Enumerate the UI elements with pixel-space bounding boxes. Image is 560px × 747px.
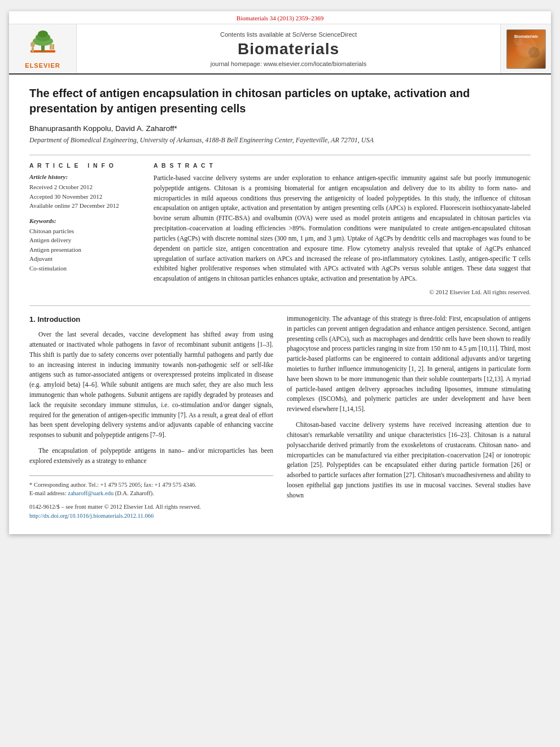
- received-date: Received 2 October 2012: [29, 182, 142, 192]
- abstract-text: Particle-based vaccine delivery systems …: [154, 173, 531, 284]
- homepage-text: journal homepage: www.elsevier.com/locat…: [211, 60, 366, 67]
- svg-point-5: [30, 42, 35, 47]
- abstract-heading: A B S T R A C T: [154, 162, 531, 169]
- svg-text:Biomaterials: Biomaterials: [514, 34, 537, 38]
- accepted-date: Accepted 30 November 2012: [29, 192, 142, 202]
- body-section: 1. Introduction Over the last several de…: [29, 305, 531, 521]
- metadata-section: A R T I C L E I N F O Article history: R…: [29, 155, 531, 295]
- article-history: Article history: Received 2 October 2012…: [29, 173, 142, 211]
- keyword-2: Antigen delivery: [29, 235, 142, 245]
- issn-text: 0142-9612/$ – see front matter © 2012 El…: [29, 503, 273, 512]
- elsevier-label: ELSEVIER: [25, 62, 60, 69]
- footnote-area: * Corresponding author. Tel.: +1 479 575…: [29, 475, 273, 521]
- badge-area: Biomaterials: [500, 24, 551, 73]
- journal-homepage: journal homepage: www.elsevier.com/locat…: [211, 60, 366, 67]
- body-para-1: Over the last several decades, vaccine d…: [29, 330, 273, 440]
- sciverse-text: Contents lists available at SciVerse Sci…: [220, 31, 357, 38]
- body-col-right: immunogenicity. The advantage of this st…: [287, 314, 531, 521]
- body-para-2: The encapsulation of polypeptide antigen…: [29, 446, 273, 466]
- email-label: E-mail address:: [29, 490, 67, 496]
- article-info-column: A R T I C L E I N F O Article history: R…: [29, 162, 142, 295]
- journal-title-area: Contents lists available at SciVerse Sci…: [77, 24, 500, 73]
- abstract-column: A B S T R A C T Particle-based vaccine d…: [154, 162, 531, 295]
- svg-rect-6: [32, 47, 34, 52]
- article-page: Biomaterials 34 (2013) 2359–2369: [9, 11, 551, 534]
- section-1-title: 1. Introduction: [29, 314, 273, 325]
- body-two-col: 1. Introduction Over the last several de…: [29, 314, 531, 521]
- email-person: (D.A. Zaharoff).: [115, 490, 154, 496]
- issn-line: 0142-9612/$ – see front matter © 2012 El…: [29, 503, 273, 521]
- body-col-left: 1. Introduction Over the last several de…: [29, 314, 273, 521]
- article-content: The effect of antigen encapsulation in c…: [9, 75, 551, 534]
- article-authors: Bhanuprasanth Koppolu, David A. Zaharoff…: [29, 124, 531, 133]
- article-title: The effect of antigen encapsulation in c…: [29, 86, 531, 116]
- journal-header: ELSEVIER Contents lists available at Sci…: [9, 24, 551, 75]
- elsevier-tree-icon: [26, 29, 60, 60]
- keywords-block: Keywords: Chitosan particles Antigen del…: [29, 217, 142, 273]
- elsevier-logo: ELSEVIER: [25, 29, 60, 69]
- body-para-4: Chitosan-based vaccine delivery systems …: [287, 420, 531, 501]
- doi-link: http://dx.doi.org/10.1016/j.biomaterials…: [29, 512, 273, 521]
- biomaterials-badge: Biomaterials: [506, 29, 546, 69]
- corresponding-author-note: * Corresponding author. Tel.: +1 479 575…: [29, 480, 273, 490]
- badge-image: Biomaterials: [507, 30, 545, 68]
- history-label: Article history:: [29, 173, 142, 180]
- keywords-label: Keywords:: [29, 217, 142, 224]
- keyword-5: Co-stimulation: [29, 264, 142, 273]
- keyword-1: Chitosan particles: [29, 226, 142, 236]
- email-note: E-mail address: zaharoff@uark.edu (D.A. …: [29, 489, 273, 498]
- sciverse-line: Contents lists available at SciVerse Sci…: [220, 31, 357, 38]
- elsevier-logo-area: ELSEVIER: [9, 24, 77, 73]
- email-value: zaharoff@uark.edu: [68, 490, 113, 496]
- article-affiliation: Department of Biomedical Engineering, Un…: [29, 136, 531, 145]
- keyword-4: Adjuvant: [29, 254, 142, 264]
- copyright-line: © 2012 Elsevier Ltd. All rights reserved…: [154, 289, 531, 295]
- available-date: Available online 27 December 2012: [29, 201, 142, 211]
- citation-bar: Biomaterials 34 (2013) 2359–2369: [9, 11, 551, 24]
- citation-text: Biomaterials 34 (2013) 2359–2369: [237, 15, 323, 21]
- body-para-3: immunogenicity. The advantage of this st…: [287, 314, 531, 414]
- article-info-heading: A R T I C L E I N F O: [29, 162, 142, 169]
- keyword-3: Antigen presentation: [29, 245, 142, 255]
- journal-title: Biomaterials: [238, 40, 339, 58]
- svg-point-4: [38, 30, 48, 37]
